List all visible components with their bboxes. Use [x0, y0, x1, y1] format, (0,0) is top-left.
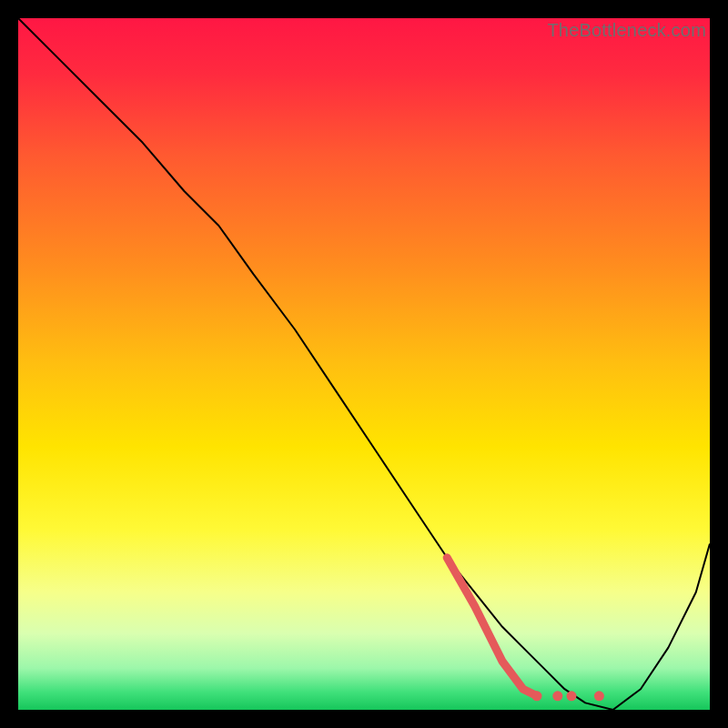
- marker-dot: [567, 691, 577, 701]
- watermark-text: TheBottleneck.com: [547, 20, 706, 41]
- marker-dot: [532, 691, 542, 701]
- chart-svg: [18, 18, 710, 710]
- chart-frame: TheBottleneck.com: [0, 0, 728, 728]
- marker-dot: [594, 691, 604, 701]
- plot-area: TheBottleneck.com: [18, 18, 710, 710]
- marker-dot: [552, 691, 562, 701]
